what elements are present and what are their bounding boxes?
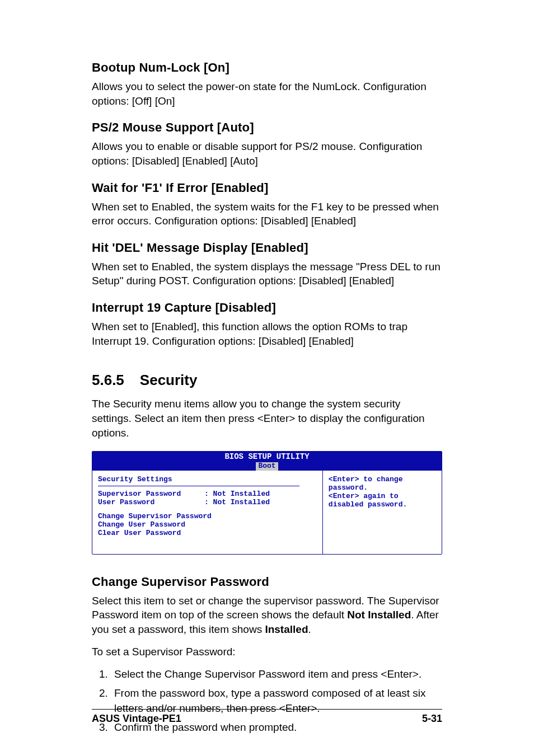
footer-product: ASUS Vintage-PE1 (92, 713, 181, 725)
section-heading: PS/2 Mouse Support [Auto] (92, 120, 442, 135)
text: . (308, 623, 311, 635)
section-body: Allows you to select the power-on state … (92, 79, 442, 108)
bios-divider (98, 486, 299, 486)
bios-help-line: disabled password. (329, 500, 436, 509)
bios-kv-row: Supervisor Password : Not Installed (98, 490, 317, 498)
section-title: Security (140, 372, 198, 389)
footer-page-number: 5-31 (422, 713, 442, 725)
bios-help-pane: <Enter> to change password. <Enter> agai… (323, 471, 442, 554)
section-body: Allows you to enable or disable support … (92, 139, 442, 168)
bios-help-line: <Enter> to change (329, 475, 436, 483)
section-body: When set to [Enabled], this function all… (92, 320, 442, 348)
section-heading: Hit 'DEL' Message Display [Enabled] (92, 241, 442, 255)
step-item: Select the Change Supervisor Password it… (111, 666, 442, 682)
bios-section-title: Security Settings (98, 475, 317, 483)
bios-menu-item: Change Supervisor Password (98, 512, 317, 520)
bold-text: Not Installed (347, 609, 411, 621)
page-footer: ASUS Vintage-PE1 5-31 (92, 709, 442, 725)
bios-screenshot: BIOS SETUP UTILITY Boot Security Setting… (92, 451, 442, 554)
subsection-paragraph: To set a Supervisor Password: (92, 645, 442, 659)
section-body: When set to Enabled, the system waits fo… (92, 200, 442, 228)
bios-title: BIOS SETUP UTILITY (92, 453, 442, 461)
section-body: When set to Enabled, the system displays… (92, 260, 442, 288)
bios-kv-value: : Not Installed (204, 498, 270, 506)
bios-tab-boot: Boot (256, 462, 278, 471)
subsection-paragraph: Select this item to set or change the su… (92, 594, 442, 637)
bios-kv-key: User Password (98, 498, 204, 506)
subsection-heading: Change Supervisor Password (92, 575, 442, 589)
steps-list: Select the Change Supervisor Password it… (111, 666, 442, 735)
bios-kv-key: Supervisor Password (98, 490, 204, 498)
section-heading: Bootup Num-Lock [On] (92, 60, 442, 75)
bios-left-pane: Security Settings Supervisor Password : … (92, 471, 323, 554)
bios-menu-item: Change User Password (98, 520, 317, 529)
bios-kv-value: : Not Installed (204, 490, 270, 498)
section-intro: The Security menu items allow you to cha… (92, 397, 442, 440)
section-heading: Interrupt 19 Capture [Disabled] (92, 300, 442, 315)
section-number: 5.6.5 (92, 372, 124, 389)
bios-help-line: password. (329, 483, 436, 492)
section-heading: Wait for 'F1' If Error [Enabled] (92, 181, 442, 195)
bios-titlebar: BIOS SETUP UTILITY Boot (92, 452, 442, 470)
bios-help-line: <Enter> again to (329, 492, 436, 500)
bold-text: Installed (265, 623, 308, 635)
bios-kv-row: User Password : Not Installed (98, 498, 317, 506)
bios-menu-item: Clear User Password (98, 529, 317, 537)
